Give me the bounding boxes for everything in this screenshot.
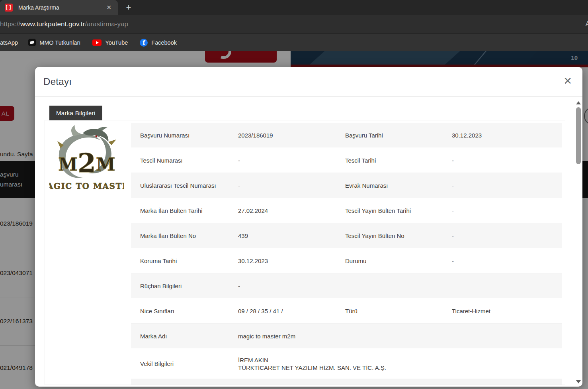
table-row: Rüçhan Bilgileri- <box>131 273 562 299</box>
field-label: Başvuru Tarihi <box>345 132 452 139</box>
url-path: /arastirma-yap <box>85 20 128 28</box>
field-value: - <box>238 283 345 289</box>
field-value: 2023/186019 <box>238 132 345 139</box>
field-label: Uluslararası Tescil Numarası <box>140 182 238 189</box>
field-value: - <box>452 157 562 164</box>
bookmark-facebook-label: Facebook <box>151 39 177 46</box>
table-row: Koruma Tarihi30.12.2023Durumu- <box>131 248 562 273</box>
facebook-icon: f <box>140 39 148 47</box>
browser-tab-bar: [] Marka Araştırma ✕ + <box>0 0 588 15</box>
table-row: Vekil BilgileriİREM AKINTÜRKTİCARET NET … <box>131 349 562 379</box>
bookmark-youtube[interactable]: YouTube <box>92 39 128 46</box>
field-label: Rüçhan Bilgileri <box>140 283 238 289</box>
table-row: Başvuru Numarası2023/186019Başvuru Tarih… <box>131 123 562 148</box>
modal-title: Detayı <box>43 76 72 87</box>
section-badge: Marka Bilgileri <box>49 106 102 120</box>
tab-title: Marka Araştırma <box>18 4 104 11</box>
address-bar-edge-glyph: A <box>585 20 588 28</box>
turkpatent-favicon-icon: [] <box>5 4 13 12</box>
field-label: Tescil Yayın Bülten Tarihi <box>345 207 452 214</box>
field-value: - <box>452 232 562 239</box>
modal-scrollbar[interactable] <box>576 100 581 384</box>
field-label: Marka İlan Bülten Tarihi <box>140 207 238 214</box>
field-label: Başvuru Numarası <box>140 132 238 139</box>
field-label: Marka İlan Bülten No <box>140 232 238 239</box>
trademark-info-panel: M2M MAGIC TO MASTER Başvuru Numarası2023… <box>45 120 565 385</box>
new-tab-button[interactable]: + <box>123 2 135 13</box>
table-row: Nice Sınıfları09 / 28 / 35 / 41 /TürüTic… <box>131 299 562 324</box>
scrollbar-thumb[interactable] <box>576 107 581 164</box>
field-value: - <box>452 257 562 264</box>
field-label: Nice Sınıfları <box>140 308 238 314</box>
field-value: 09 / 28 / 35 / 41 / <box>238 308 345 314</box>
field-value: 27.02.2024 <box>238 207 345 214</box>
field-value: - <box>452 207 562 214</box>
browser-tab[interactable]: [] Marka Araştırma ✕ <box>0 0 118 15</box>
bookmarks-bar: atsApp MMO Tutkunları YouTube f Facebook <box>0 33 588 51</box>
table-row-partial <box>131 379 562 385</box>
bookmark-whatsapp-label: atsApp <box>0 39 18 46</box>
gamepad-icon <box>28 39 36 46</box>
scroll-up-icon[interactable] <box>576 101 581 104</box>
url-host: www.turkpatent.gov.tr <box>20 20 85 28</box>
table-row: Marka İlan Bülten No439Tescil Yayın Bült… <box>131 223 562 248</box>
bookmark-whatsapp[interactable]: atsApp <box>0 39 18 46</box>
trademark-logo-image: M2M MAGIC TO MASTER <box>49 124 124 194</box>
scroll-down-icon[interactable] <box>576 380 581 383</box>
table-row: Marka İlan Bülten Tarihi27.02.2024Tescil… <box>131 198 562 223</box>
field-value: 30.12.2023 <box>452 132 562 139</box>
field-label: Evrak Numarası <box>345 182 452 189</box>
field-label: Vekil Bilgileri <box>140 360 238 367</box>
tab-close-icon[interactable]: ✕ <box>104 3 114 12</box>
logo-caption: MAGIC TO MASTER <box>49 181 124 191</box>
field-value: magic to master m2m <box>238 333 345 340</box>
youtube-icon <box>92 39 102 46</box>
field-value: - <box>238 157 345 164</box>
bookmark-youtube-label: YouTube <box>105 39 128 46</box>
field-label: Marka Adı <box>140 333 238 340</box>
trademark-detail-table: Başvuru Numarası2023/186019Başvuru Tarih… <box>131 123 562 385</box>
field-value: - <box>452 182 562 189</box>
detail-modal: Detayı ✕ Marka Bilgileri M2M MAGIC TO MA… <box>35 67 582 387</box>
field-value: - <box>238 182 345 189</box>
table-row: Tescil Numarası-Tescil Tarihi- <box>131 148 562 173</box>
close-icon[interactable]: ✕ <box>563 76 572 86</box>
field-label: Durumu <box>345 257 452 264</box>
field-label: Tescil Tarihi <box>345 157 452 164</box>
field-label: Tescil Numarası <box>140 157 238 164</box>
field-label: Türü <box>345 308 452 314</box>
field-label: Koruma Tarihi <box>140 257 238 264</box>
field-value: 30.12.2023 <box>238 257 345 264</box>
table-row: Marka Adımagic to master m2m <box>131 324 562 349</box>
bookmark-mmo[interactable]: MMO Tutkunları <box>28 39 80 46</box>
field-value: 439 <box>238 232 345 239</box>
field-value: İREM AKINTÜRKTİCARET NET YAZILIM HİZM. S… <box>238 356 562 371</box>
field-value: Ticaret-Hizmet <box>452 308 562 314</box>
url-scheme: https:// <box>0 20 20 28</box>
field-label: Tescil Yayın Bülten No <box>345 232 452 239</box>
address-bar[interactable]: https://www.turkpatent.gov.tr/arastirma-… <box>0 15 588 33</box>
table-row: Uluslararası Tescil Numarası-Evrak Numar… <box>131 173 562 198</box>
modal-header: Detayı ✕ <box>35 67 582 97</box>
bookmark-mmo-label: MMO Tutkunları <box>39 39 80 46</box>
bookmark-facebook[interactable]: f Facebook <box>140 39 177 47</box>
